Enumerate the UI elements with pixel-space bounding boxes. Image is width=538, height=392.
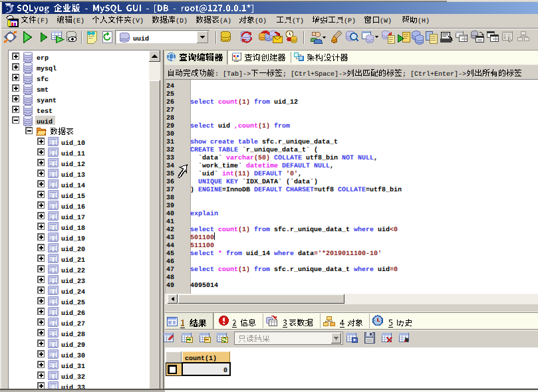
svg-text:(E): (E)	[72, 17, 84, 25]
svg-text:uid_32: uid_32	[61, 373, 85, 381]
svg-text:uid_25: uid_25	[61, 299, 85, 307]
svg-text:: [Tab]->: : [Tab]->	[215, 70, 251, 78]
svg-text:(H): (H)	[418, 17, 430, 25]
svg-text:select: select	[190, 98, 218, 106]
svg-text:COLLATE: COLLATE	[274, 155, 306, 162]
svg-text:uid_15: uid_15	[61, 193, 85, 201]
svg-text:37: 37	[166, 187, 174, 194]
svg-text:28: 28	[166, 115, 174, 122]
svg-text:`work_time`: `work_time`	[190, 162, 246, 170]
svg-text:27: 27	[166, 107, 174, 114]
svg-text:29: 29	[166, 123, 174, 130]
svg-text:from: from	[254, 98, 274, 106]
svg-text:=utf8: =utf8	[314, 186, 338, 194]
svg-text:47: 47	[166, 266, 174, 274]
svg-text:41: 41	[166, 219, 174, 226]
svg-text:36: 36	[166, 179, 174, 186]
svg-text:501100: 501100	[190, 235, 214, 242]
svg-text:uid_12: uid_12	[61, 161, 85, 169]
svg-text:uid_12: uid_12	[274, 98, 298, 106]
svg-text:uid_13: uid_13	[61, 171, 85, 179]
svg-text:<0: <0	[390, 227, 398, 234]
svg-text:34: 34	[166, 163, 174, 170]
svg-text:uid_30: uid_30	[61, 352, 85, 360]
svg-text:(1): (1)	[238, 226, 254, 234]
svg-text:uid_18: uid_18	[61, 225, 85, 233]
svg-text:uuid: uuid	[37, 118, 53, 126]
svg-text:45: 45	[166, 250, 174, 258]
svg-text:erp: erp	[37, 55, 49, 62]
svg-text:where: where	[354, 226, 378, 234]
svg-text:42: 42	[166, 227, 174, 234]
svg-text:uid_22: uid_22	[61, 267, 85, 275]
svg-text:39: 39	[166, 203, 174, 210]
svg-text:(1): (1)	[238, 266, 254, 274]
svg-text:(D): (D)	[176, 17, 188, 25]
svg-text:uid_29: uid_29	[61, 342, 85, 349]
svg-text:sfc.r_unique_data_t: sfc.r_unique_data_t	[274, 226, 354, 234]
svg-text:='*2019011100-10': ='*2019011100-10'	[314, 250, 382, 258]
svg-text:=utf8_bin: =utf8_bin	[366, 186, 402, 194]
svg-text:uid_28: uid_28	[61, 331, 85, 339]
svg-text:; [Ctrl+Enter]->: ; [Ctrl+Enter]->	[402, 70, 466, 78]
svg-text:511100: 511100	[190, 243, 214, 250]
svg-text:(A): (A)	[219, 17, 231, 25]
svg-text:4095014: 4095014	[190, 282, 218, 290]
svg-text:40: 40	[166, 211, 174, 218]
svg-text:uid_10: uid_10	[61, 140, 85, 147]
svg-text:uid_16: uid_16	[61, 203, 85, 211]
svg-text:varchar: varchar	[226, 154, 254, 162]
svg-text:(T): (T)	[292, 17, 304, 25]
svg-text:explain: explain	[190, 210, 218, 218]
svg-text:`uid`: `uid`	[190, 170, 222, 178]
svg-text:24: 24	[166, 83, 174, 90]
svg-text:,: ,	[298, 171, 302, 178]
svg-text:uid: uid	[378, 266, 390, 274]
svg-text:smt: smt	[37, 87, 49, 94]
svg-text:count(1): count(1)	[185, 355, 217, 363]
svg-text:where: where	[274, 250, 298, 258]
svg-text:26: 26	[166, 99, 174, 106]
svg-text:uuid: uuid	[133, 35, 149, 43]
svg-text:sfc: sfc	[37, 76, 49, 84]
svg-text:,: ,	[330, 163, 334, 170]
svg-text:=0: =0	[390, 266, 398, 274]
svg-text:select: select	[190, 266, 218, 274]
svg-text:49: 49	[166, 282, 174, 290]
svg-text:from: from	[274, 122, 290, 130]
svg-text:38: 38	[166, 195, 174, 202]
svg-text:(V): (V)	[132, 17, 144, 25]
svg-text:44: 44	[166, 243, 174, 250]
svg-text:46: 46	[166, 258, 174, 266]
svg-text:sfc.r_unique_data_t: sfc.r_unique_data_t	[262, 138, 338, 146]
svg-text:(1): (1)	[258, 122, 274, 130]
svg-text:uid: uid	[378, 226, 390, 234]
svg-text:from: from	[254, 226, 274, 234]
svg-text:show create table: show create table	[190, 138, 262, 146]
svg-text:`data`: `data`	[190, 154, 226, 162]
svg-text:select: select	[190, 250, 218, 258]
svg-text:uid_11: uid_11	[61, 150, 85, 158]
svg-text:ENGINE: ENGINE	[198, 187, 222, 194]
svg-text:from: from	[226, 250, 246, 258]
svg-text:DEFAULT CHARSET: DEFAULT CHARSET	[254, 187, 314, 194]
svg-text:35: 35	[166, 171, 174, 178]
svg-text:uid_27: uid_27	[61, 320, 85, 328]
svg-text:): )	[190, 186, 198, 194]
svg-text:count: count	[218, 227, 238, 234]
svg-text:; [Ctrl+Space]->: ; [Ctrl+Space]->	[283, 70, 346, 78]
svg-text:(1): (1)	[238, 98, 254, 106]
svg-text:mysql: mysql	[37, 65, 57, 73]
svg-text:count: count	[238, 123, 258, 130]
svg-text:utf8_bin: utf8_bin	[306, 154, 342, 162]
svg-text:uid_14: uid_14	[61, 182, 85, 190]
svg-text:32: 32	[166, 147, 174, 154]
svg-text:30: 30	[166, 131, 174, 138]
svg-text:31: 31	[166, 139, 174, 146]
svg-text:48: 48	[166, 274, 174, 282]
svg-text:data: data	[298, 250, 314, 258]
svg-text:DEFAULT NULL: DEFAULT NULL	[282, 163, 330, 170]
svg-text:43: 43	[166, 235, 174, 242]
svg-text:*: *	[218, 250, 226, 258]
svg-text:select: select	[190, 122, 218, 130]
